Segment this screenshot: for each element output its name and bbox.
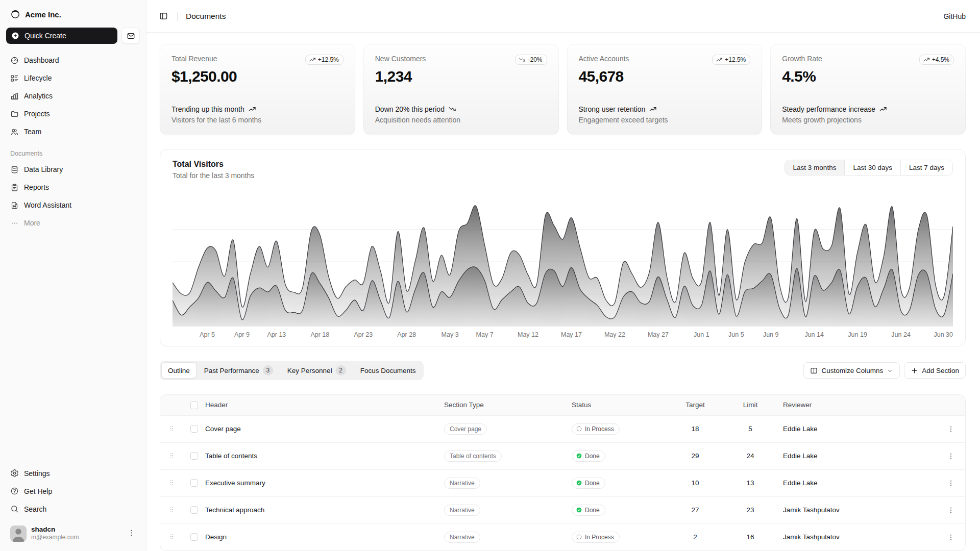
stat-card-footer-title: Steady performance increase xyxy=(782,105,954,113)
status-text: In Process xyxy=(585,425,614,433)
select-all-checkbox[interactable] xyxy=(190,402,198,409)
drag-handle[interactable] xyxy=(167,423,177,435)
quick-create-button[interactable]: Quick Create xyxy=(6,28,117,44)
row-checkbox[interactable] xyxy=(190,425,198,433)
check-circle-icon xyxy=(576,480,582,486)
row-checkbox[interactable] xyxy=(190,452,198,460)
row-menu-button[interactable] xyxy=(944,503,958,517)
target-cell[interactable]: 29 xyxy=(673,442,718,469)
stat-card-footer: Down 20% this periodAcquisition needs at… xyxy=(375,105,547,124)
table-row-technical-approach: Technical approachNarrativeDone2723Jamik… xyxy=(160,496,966,523)
row-checkbox[interactable] xyxy=(190,506,198,514)
dots-vertical-icon xyxy=(947,506,955,514)
topbar: Documents GitHub xyxy=(146,0,980,33)
reviewer-cell: Eddie Lake xyxy=(783,415,936,442)
sidebar-item-label: Lifecycle xyxy=(24,74,52,82)
drag-handle[interactable] xyxy=(167,450,177,462)
status-cell: Done xyxy=(572,496,673,523)
inbox-button[interactable] xyxy=(121,28,140,44)
row-menu-button[interactable] xyxy=(944,422,958,436)
target-cell[interactable]: 18 xyxy=(673,415,718,442)
header-cell[interactable]: Executive summary xyxy=(205,469,444,496)
limit-cell[interactable]: 13 xyxy=(718,469,783,496)
sidebar-item-reports[interactable]: Reports xyxy=(6,179,140,195)
limit-cell[interactable]: 5 xyxy=(718,415,783,442)
tab-label: Past Performance xyxy=(204,367,259,374)
drag-cell xyxy=(160,415,183,442)
customize-columns-button[interactable]: Customize Columns xyxy=(803,362,900,379)
row-menu-button[interactable] xyxy=(944,530,958,544)
sidebar-item-settings[interactable]: Settings xyxy=(6,465,140,482)
range-last-7-days[interactable]: Last 7 days xyxy=(900,160,952,175)
sidebar-item-label: Team xyxy=(24,128,41,136)
file-word-icon xyxy=(10,201,19,210)
clipboard-icon xyxy=(10,183,19,192)
tab-key-personnel[interactable]: Key Personnel2 xyxy=(281,362,353,379)
stat-card-footer-title: Down 20% this period xyxy=(375,105,547,113)
target-cell[interactable]: 2 xyxy=(673,523,718,550)
row-menu-button[interactable] xyxy=(944,476,958,490)
sections-table: HeaderSection TypeStatusTargetLimitRevie… xyxy=(160,394,966,551)
sidebar-item-search[interactable]: Search xyxy=(6,501,140,517)
target-cell[interactable]: 27 xyxy=(673,496,718,523)
stat-card-footer-title-text: Steady performance increase xyxy=(782,105,875,113)
sidebar-item-label: Projects xyxy=(24,110,50,118)
stat-card-top: Growth Rate+4.5% xyxy=(782,55,954,65)
drag-handle[interactable] xyxy=(167,478,177,489)
stat-card-footer: Strong user retentionEngagement exceed t… xyxy=(579,105,751,124)
stat-card-growth-rate: Growth Rate+4.5%4.5%Steady performance i… xyxy=(770,44,966,135)
drag-cell xyxy=(160,523,183,550)
sidebar-item-dashboard[interactable]: Dashboard xyxy=(6,52,140,68)
sidebar-item-team[interactable]: Team xyxy=(6,123,140,140)
row-menu-button[interactable] xyxy=(944,449,958,463)
reviewer-cell: Eddie Lake xyxy=(783,469,936,496)
folder-icon xyxy=(10,110,19,118)
sidebar-item-label: Dashboard xyxy=(24,56,59,64)
section-type-cell: Narrative xyxy=(444,496,572,523)
sidebar-toggle-button[interactable] xyxy=(156,9,171,24)
sidebar-item-analytics[interactable]: Analytics xyxy=(6,88,140,104)
svg-text:Jun 14: Jun 14 xyxy=(804,331,824,338)
header-cell[interactable]: Cover page xyxy=(205,415,444,442)
loader-icon xyxy=(576,425,582,432)
range-last-30-days[interactable]: Last 30 days xyxy=(844,160,900,175)
stat-card-footer-title: Strong user retention xyxy=(579,105,751,113)
sidebar-item-more[interactable]: More xyxy=(6,215,140,231)
header-cell[interactable]: Technical approach xyxy=(205,496,444,523)
drag-handle[interactable] xyxy=(167,532,177,543)
range-last-3-months[interactable]: Last 3 months xyxy=(785,160,845,175)
sidebar-item-label: Get Help xyxy=(24,487,52,495)
trend-badge-value: +4.5% xyxy=(932,56,949,63)
add-section-button[interactable]: Add Section xyxy=(904,362,966,379)
header-cell[interactable]: Design xyxy=(205,523,444,550)
trending-down-icon xyxy=(448,105,456,113)
header-cell[interactable]: Table of contents xyxy=(205,442,444,469)
drag-handle[interactable] xyxy=(167,505,177,516)
row-checkbox[interactable] xyxy=(190,479,198,487)
sidebar-item-get-help[interactable]: Get Help xyxy=(6,483,140,499)
limit-cell[interactable]: 16 xyxy=(718,523,783,550)
org-switcher[interactable]: Acme Inc. xyxy=(6,6,140,22)
limit-cell[interactable]: 24 xyxy=(718,442,783,469)
avatar xyxy=(10,525,27,542)
sidebar-item-word-assistant[interactable]: Word Assistant xyxy=(6,197,140,213)
tab-past-performance[interactable]: Past Performance3 xyxy=(198,362,280,379)
sidebar-item-lifecycle[interactable]: Lifecycle xyxy=(6,70,140,86)
user-menu[interactable]: shadcn m@example.com xyxy=(6,522,140,545)
target-cell[interactable]: 10 xyxy=(673,469,718,496)
select-cell xyxy=(183,496,205,523)
github-link[interactable]: GitHub xyxy=(943,12,966,20)
section-tablist: OutlinePast Performance3Key Personnel2Fo… xyxy=(160,361,424,380)
stat-card-active-accounts: Active Accounts+12.5%45,678Strong user r… xyxy=(567,44,763,135)
user-more-button[interactable] xyxy=(127,529,136,539)
trending-up-icon xyxy=(923,56,930,63)
trend-badge: +12.5% xyxy=(712,55,750,65)
tab-focus-documents[interactable]: Focus Documents xyxy=(354,362,423,379)
sidebar-item-projects[interactable]: Projects xyxy=(6,106,140,122)
row-checkbox[interactable] xyxy=(190,533,198,541)
limit-cell[interactable]: 23 xyxy=(718,496,783,523)
sidebar-item-data-library[interactable]: Data Library xyxy=(6,161,140,178)
drag-cell xyxy=(160,469,183,496)
tab-outline[interactable]: Outline xyxy=(161,362,197,379)
visitors-area-chart: Apr 5Apr 9Apr 13Apr 18Apr 23Apr 28May 3M… xyxy=(173,193,953,340)
